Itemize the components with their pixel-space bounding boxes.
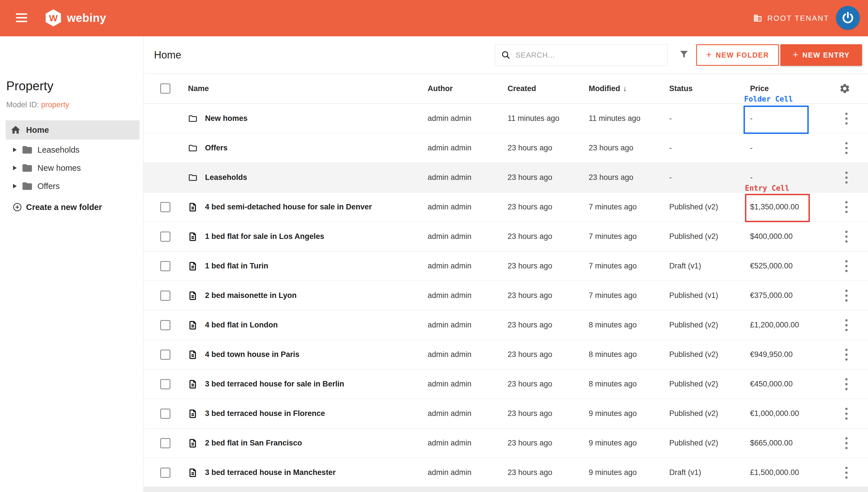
row-checkbox[interactable]: [160, 231, 170, 242]
row-menu-button[interactable]: [843, 111, 850, 126]
row-modified: 9 minutes ago: [589, 428, 637, 458]
row-status: Published (v2): [669, 311, 718, 340]
column-header-modified[interactable]: Modified ↓: [589, 74, 627, 103]
row-checkbox[interactable]: [160, 468, 170, 478]
row-name[interactable]: New homes: [205, 104, 247, 133]
row-name[interactable]: Offers: [205, 133, 228, 163]
sidebar-item-leaseholds[interactable]: Leaseholds: [0, 141, 143, 159]
row-name[interactable]: 4 bed flat in London: [205, 311, 278, 340]
row-name[interactable]: 1 bed flat for sale in Los Angeles: [205, 222, 324, 251]
document-icon: [188, 202, 198, 212]
row-menu-button[interactable]: [843, 170, 850, 185]
row-menu-button[interactable]: [843, 406, 850, 421]
row-menu-button[interactable]: [843, 259, 850, 274]
row-author: admin admin: [428, 104, 472, 133]
row-menu-button[interactable]: [843, 229, 850, 244]
user-avatar[interactable]: [836, 6, 860, 30]
table-row[interactable]: 1 bed flat for sale in Los Angeles admin…: [144, 222, 868, 251]
document-icon: [188, 350, 198, 360]
row-created: 23 hours ago: [507, 340, 552, 369]
sort-desc-icon[interactable]: ↓: [623, 84, 627, 93]
column-settings-button[interactable]: [839, 83, 850, 95]
folder-icon: [22, 162, 33, 174]
svg-text:W: W: [49, 13, 58, 23]
row-checkbox[interactable]: [160, 320, 170, 330]
row-menu-button[interactable]: [843, 288, 850, 303]
table-row[interactable]: 1 bed flat in Turin admin admin 23 hours…: [144, 251, 868, 281]
row-status: -: [669, 163, 672, 192]
sidebar-folder-label: Offers: [37, 181, 59, 191]
column-header-modified-label: Modified: [589, 84, 620, 93]
row-name[interactable]: 3 bed terraced house for sale in Berlin: [205, 369, 344, 399]
tenant-selector[interactable]: ROOT TENANT: [753, 0, 829, 36]
row-created: 23 hours ago: [507, 251, 552, 280]
expand-caret-icon[interactable]: [13, 148, 17, 152]
row-checkbox[interactable]: [160, 409, 170, 419]
row-menu-button[interactable]: [843, 199, 850, 215]
annotation-folder-cell-box: [743, 105, 809, 134]
row-menu-button[interactable]: [843, 318, 850, 333]
row-menu-button[interactable]: [843, 465, 850, 481]
row-name[interactable]: 4 bed semi-detached house for sale in De…: [205, 192, 372, 222]
row-price: £1,500,000.00: [750, 458, 799, 487]
row-name[interactable]: 3 bed terraced house in Florence: [205, 399, 325, 428]
column-header-created[interactable]: Created: [507, 74, 536, 103]
row-checkbox[interactable]: [160, 202, 170, 212]
row-price: €1,000,000.00: [750, 399, 799, 428]
expand-caret-icon[interactable]: [13, 166, 17, 170]
sidebar-item-offers[interactable]: Offers: [0, 177, 143, 195]
row-created: 23 hours ago: [507, 133, 552, 163]
document-icon: [188, 320, 198, 330]
sidebar-folder-label: Leaseholds: [37, 145, 79, 155]
sidebar-home-label: Home: [26, 125, 49, 135]
table-row[interactable]: 2 bed maisonette in Lyon admin admin 23 …: [144, 281, 868, 311]
sidebar-item-home[interactable]: Home: [6, 120, 139, 140]
filter-button[interactable]: [678, 49, 690, 62]
folder-icon: [188, 173, 198, 182]
table-row[interactable]: 4 bed town house in Paris admin admin 23…: [144, 340, 868, 369]
webiny-logo: W webiny: [45, 9, 106, 27]
menu-icon[interactable]: [16, 13, 27, 22]
row-checkbox[interactable]: [160, 438, 170, 448]
annotation-entry-cell-label: Entry Cell: [745, 184, 789, 192]
new-folder-button[interactable]: + NEW FOLDER: [696, 44, 779, 66]
row-checkbox[interactable]: [160, 349, 170, 360]
expand-caret-icon[interactable]: [13, 184, 17, 189]
row-name[interactable]: Leaseholds: [205, 163, 247, 192]
row-menu-button[interactable]: [843, 376, 850, 392]
model-id-label: Model ID:: [6, 100, 39, 109]
row-checkbox[interactable]: [160, 379, 170, 389]
row-name[interactable]: 2 bed maisonette in Lyon: [205, 281, 297, 310]
row-menu-button[interactable]: [843, 347, 850, 362]
select-all-checkbox[interactable]: [160, 83, 170, 94]
row-status: -: [669, 133, 672, 163]
sidebar-item-new-homes[interactable]: New homes: [0, 159, 143, 177]
row-price: $400,000.00: [750, 222, 793, 251]
row-status: Published (v2): [669, 192, 718, 222]
table-row[interactable]: 3 bed terraced house in Manchester admin…: [144, 458, 868, 488]
column-header-author[interactable]: Author: [428, 74, 453, 103]
table-row[interactable]: Offers admin admin 23 hours ago 23 hours…: [144, 133, 868, 163]
building-icon: [753, 14, 762, 23]
row-menu-button[interactable]: [843, 436, 850, 451]
row-name[interactable]: 4 bed town house in Paris: [205, 340, 299, 369]
model-id-value[interactable]: property: [41, 100, 69, 109]
row-name[interactable]: 2 bed flat in San Francisco: [205, 428, 302, 458]
row-created: 11 minutes ago: [507, 104, 559, 133]
row-checkbox[interactable]: [160, 291, 170, 301]
table-row[interactable]: 3 bed terraced house in Florence admin a…: [144, 399, 868, 428]
search-input[interactable]: [515, 50, 658, 60]
new-entry-button[interactable]: + NEW ENTRY: [780, 44, 862, 66]
row-name[interactable]: 1 bed flat in Turin: [205, 251, 268, 280]
row-menu-button[interactable]: [843, 141, 850, 156]
row-checkbox[interactable]: [160, 261, 170, 271]
table-row[interactable]: 2 bed flat in San Francisco admin admin …: [144, 428, 868, 458]
column-header-name[interactable]: Name: [188, 74, 209, 103]
create-folder-button[interactable]: Create a new folder: [12, 198, 143, 216]
table-row[interactable]: 3 bed terraced house for sale in Berlin …: [144, 369, 868, 399]
row-author: admin admin: [428, 340, 472, 369]
row-created: 23 hours ago: [507, 458, 552, 487]
table-row[interactable]: 4 bed flat in London admin admin 23 hour…: [144, 311, 868, 340]
column-header-status[interactable]: Status: [669, 74, 693, 103]
row-name[interactable]: 3 bed terraced house in Manchester: [205, 458, 336, 487]
